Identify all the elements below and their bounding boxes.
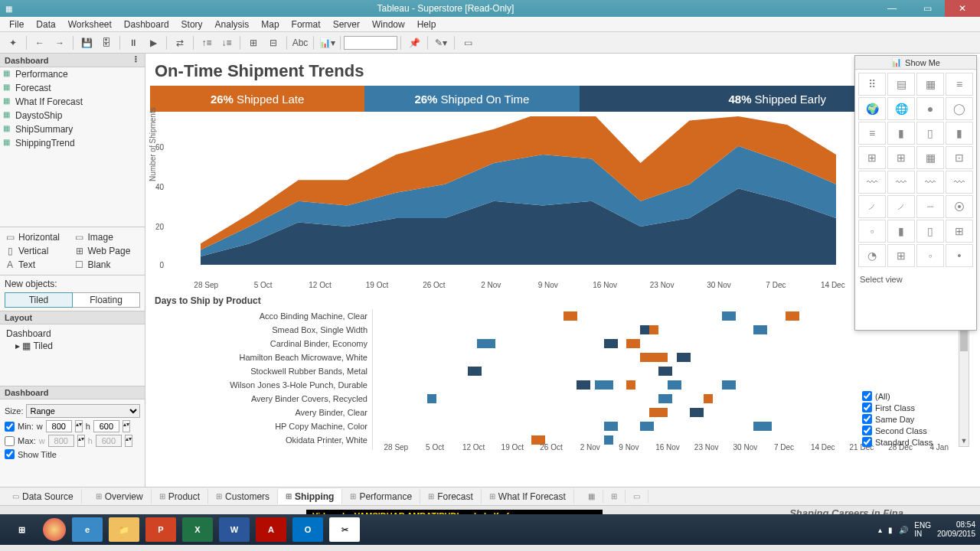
datasource-button[interactable]: 🗄 xyxy=(97,34,116,52)
gantt-bar[interactable] xyxy=(564,311,577,321)
showme-viztype[interactable]: ≡ xyxy=(946,73,973,96)
showme-viztype[interactable]: ⊞ xyxy=(946,220,973,243)
showme-viztype[interactable]: ▯ xyxy=(916,122,944,145)
sheet-performance[interactable]: Performance xyxy=(0,67,145,81)
gantt-chart[interactable]: Acco Binding Machine, ClearSmead Box, Si… xyxy=(150,309,969,450)
object-vertical[interactable]: ▯Vertical xyxy=(5,246,71,256)
area-chart[interactable]: Number of Shipments 6040200 28 Sep5 Oct1… xyxy=(150,116,975,277)
showme-viztype[interactable]: 〰 xyxy=(916,171,944,194)
object-text[interactable]: AText xyxy=(5,259,71,270)
filter-sameday[interactable]: Same Day xyxy=(862,413,969,425)
menu-file[interactable]: File xyxy=(3,18,30,31)
size-select[interactable]: Range xyxy=(26,404,140,418)
menu-story[interactable]: Story xyxy=(175,18,209,31)
tab-overview[interactable]: ⊞Overview xyxy=(88,489,152,504)
showme-viztype[interactable]: ◯ xyxy=(946,97,973,120)
menu-map[interactable]: Map xyxy=(255,18,285,31)
gantt-bar[interactable] xyxy=(658,367,672,376)
menu-window[interactable]: Window xyxy=(366,18,411,31)
group-button[interactable]: ⊞ xyxy=(244,34,263,52)
sheet-whatifforecast[interactable]: What If Forecast xyxy=(0,95,145,109)
sheet-daystoship[interactable]: DaystoShip xyxy=(0,109,145,122)
min-w-input[interactable] xyxy=(46,420,72,432)
showme-viztype[interactable]: ▦ xyxy=(916,73,944,96)
showme-viztype[interactable]: ● xyxy=(916,97,944,120)
sheet-shipsummary[interactable]: ShipSummary xyxy=(0,122,145,136)
showme-viztype[interactable]: ▯ xyxy=(916,220,944,243)
gantt-bar[interactable] xyxy=(604,339,618,348)
min-h-input[interactable] xyxy=(93,420,119,432)
tab-datasource[interactable]: ▭Data Source xyxy=(5,489,82,504)
object-blank[interactable]: ☐Blank xyxy=(74,259,141,270)
autoupdate-button[interactable]: ⏸ xyxy=(124,34,142,52)
showme-viztype[interactable]: ⊡ xyxy=(946,146,973,169)
powerpoint-icon[interactable]: P xyxy=(145,517,176,542)
showme-viztype[interactable]: 〰 xyxy=(887,171,915,194)
start-button[interactable]: ⊞ xyxy=(6,517,37,542)
showme-viztype[interactable]: ▤ xyxy=(887,73,915,96)
showme-viztype[interactable]: 〰 xyxy=(946,171,973,194)
gantt-bar[interactable] xyxy=(626,339,640,348)
gantt-bar[interactable] xyxy=(595,380,613,390)
showme-viztype[interactable]: ◔ xyxy=(858,244,886,267)
tab-forecast[interactable]: ⊞Forecast xyxy=(420,489,482,504)
lang-indicator[interactable]: ENGIN xyxy=(914,521,931,538)
gantt-bar[interactable] xyxy=(577,380,590,390)
swap-button[interactable]: ⇄ xyxy=(171,34,189,52)
showme-viztype[interactable]: ▮ xyxy=(946,122,973,145)
save-button[interactable]: 💾 xyxy=(77,34,96,52)
tableau-icon[interactable]: ✦ xyxy=(4,34,22,52)
chrome-icon[interactable] xyxy=(43,518,66,541)
gantt-bar[interactable] xyxy=(640,422,654,431)
showme-viztype[interactable]: ⠿ xyxy=(858,73,886,96)
clock[interactable]: 08:5420/09/2015 xyxy=(937,520,975,539)
menu-data[interactable]: Data xyxy=(30,18,61,31)
showtitle-checkbox[interactable] xyxy=(5,449,15,459)
word-icon[interactable]: W xyxy=(219,517,250,542)
gantt-bar[interactable] xyxy=(786,311,799,321)
showme-viztype[interactable]: ◦ xyxy=(916,244,944,267)
sort-asc-button[interactable]: ↑≡ xyxy=(198,34,216,52)
sort-desc-button[interactable]: ↓≡ xyxy=(217,34,236,52)
gantt-bar[interactable] xyxy=(468,367,482,376)
min-h-spin[interactable]: ▴▾ xyxy=(122,420,130,432)
panel-menu-icon[interactable]: ⠇ xyxy=(134,55,140,65)
menu-analysis[interactable]: Analysis xyxy=(209,18,256,31)
gantt-bar[interactable] xyxy=(753,325,767,334)
tray-up-icon[interactable]: ▴ xyxy=(878,526,882,534)
tray-vol-icon[interactable]: 🔊 xyxy=(899,526,908,534)
filter-firstclass[interactable]: First Class xyxy=(862,402,969,413)
filter-standardclass[interactable]: Standard Class xyxy=(862,436,969,448)
gantt-bar[interactable] xyxy=(427,394,436,403)
showme-viztype[interactable]: 🌍 xyxy=(858,97,886,120)
kpi-ontime[interactable]: 26%Shipped On Time xyxy=(364,86,579,112)
minimize-button[interactable]: — xyxy=(874,0,910,17)
showme-viztype[interactable]: ◦ xyxy=(858,220,886,243)
gantt-bar[interactable] xyxy=(477,339,495,348)
labels-button[interactable]: Abc xyxy=(291,34,309,52)
viewtype-button[interactable]: 📊▾ xyxy=(318,34,336,52)
tiled-toggle[interactable]: Tiled xyxy=(5,292,73,308)
filter-secondclass[interactable]: Second Class xyxy=(862,425,969,436)
tab-customers[interactable]: ⊞Customers xyxy=(208,489,278,504)
highlight-button[interactable]: ✎▾ xyxy=(432,34,450,52)
gantt-bar[interactable] xyxy=(722,380,736,390)
gantt-bar[interactable] xyxy=(704,394,713,403)
gantt-bar[interactable] xyxy=(690,408,704,417)
tab-shipping[interactable]: ⊞Shipping xyxy=(278,489,342,504)
acrobat-icon[interactable]: A xyxy=(256,517,286,542)
new-worksheet-button[interactable]: ▦ xyxy=(580,490,603,503)
showme-viztype[interactable]: 〰 xyxy=(858,171,886,194)
min-w-spin[interactable]: ▴▾ xyxy=(75,420,83,432)
gantt-bar[interactable] xyxy=(753,422,772,431)
menu-server[interactable]: Server xyxy=(327,18,366,31)
min-checkbox[interactable] xyxy=(5,422,15,432)
gantt-bar[interactable] xyxy=(668,380,681,390)
forward-button[interactable]: → xyxy=(51,34,69,52)
showme-viztype[interactable]: ⊞ xyxy=(858,146,886,169)
max-checkbox[interactable] xyxy=(5,436,15,446)
showme-viztype[interactable]: ⟋ xyxy=(858,195,886,218)
pin-button[interactable]: 📌 xyxy=(405,34,423,52)
gantt-bar[interactable] xyxy=(658,394,672,403)
showme-viztype[interactable]: ▦ xyxy=(916,146,944,169)
